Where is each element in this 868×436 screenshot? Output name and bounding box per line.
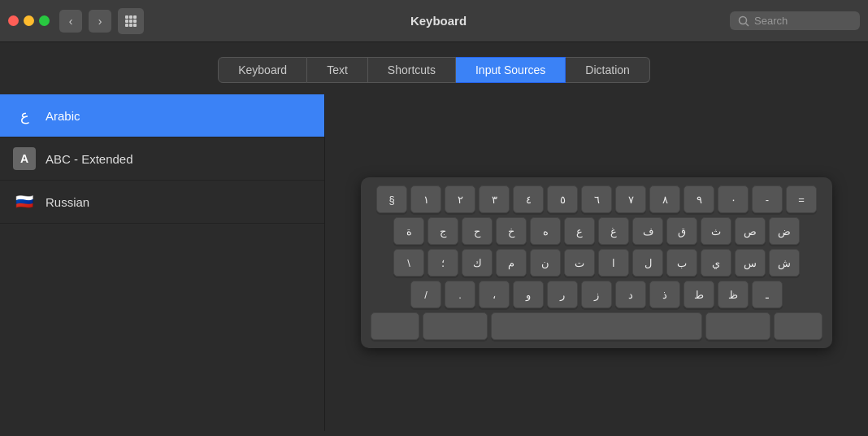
key-kaf: ك bbox=[462, 249, 493, 277]
svg-rect-6 bbox=[125, 24, 128, 27]
abc-extended-icon: A bbox=[13, 147, 36, 170]
grid-icon bbox=[124, 15, 137, 28]
key-backslash: \ bbox=[393, 249, 424, 277]
key-ba: ب bbox=[666, 249, 697, 277]
svg-rect-4 bbox=[129, 20, 132, 23]
minimize-button[interactable] bbox=[24, 15, 34, 26]
key-sad: ص bbox=[735, 217, 766, 245]
key-minus: - bbox=[752, 185, 783, 213]
key-6: ٦ bbox=[581, 185, 612, 213]
key-row-4: / . ، و ر ز د ذ ط ظ ـ bbox=[371, 281, 822, 308]
key-ha2: ه bbox=[530, 217, 561, 245]
key-waw: و bbox=[513, 281, 544, 308]
key-slash: / bbox=[410, 281, 441, 308]
key-fn bbox=[371, 312, 419, 340]
key-7: ٧ bbox=[615, 185, 646, 213]
key-jeem: ج bbox=[427, 217, 458, 245]
key-2: ٢ bbox=[445, 185, 475, 213]
svg-rect-0 bbox=[125, 15, 128, 19]
sidebar: ع Arabic A ABC - Extended 🇷🇺 Russian bbox=[0, 94, 325, 431]
search-box[interactable] bbox=[730, 11, 860, 30]
key-dal: د bbox=[615, 281, 646, 308]
key-dha: ظ bbox=[718, 281, 749, 308]
sidebar-item-abc-extended[interactable]: A ABC - Extended bbox=[0, 137, 324, 181]
russian-flag-icon: 🇷🇺 bbox=[13, 190, 36, 213]
key-ya: ي bbox=[701, 249, 731, 277]
key-9: ٩ bbox=[684, 185, 714, 213]
tab-keyboard[interactable]: Keyboard bbox=[218, 57, 307, 83]
key-lam: ل bbox=[632, 249, 663, 277]
key-dad: ض bbox=[769, 217, 800, 245]
forward-button[interactable]: › bbox=[89, 10, 111, 33]
key-ta-marbuta: ة bbox=[393, 217, 424, 245]
tab-dictation[interactable]: Dictation bbox=[566, 57, 649, 83]
key-ta: ت bbox=[564, 249, 595, 277]
key-equals: = bbox=[786, 185, 817, 213]
traffic-lights bbox=[8, 15, 50, 26]
key-1: ١ bbox=[410, 185, 441, 213]
key-row-2: ة ج ح خ ه ع غ ف ق ث ص ض bbox=[371, 217, 822, 245]
key-tha: ث bbox=[701, 217, 731, 245]
back-button[interactable]: ‹ bbox=[59, 10, 82, 33]
tab-input-sources[interactable]: Input Sources bbox=[456, 57, 566, 83]
tab-shortcuts[interactable]: Shortcuts bbox=[368, 57, 456, 83]
svg-point-9 bbox=[740, 16, 747, 24]
key-4: ٤ bbox=[513, 185, 544, 213]
search-icon bbox=[738, 15, 749, 27]
keyboard-preview-area: § ١ ٢ ٣ ٤ ٥ ٦ ٧ ٨ ٩ ٠ - = ة ج ح خ ه bbox=[325, 94, 868, 431]
key-alef: ا bbox=[598, 249, 629, 277]
svg-rect-3 bbox=[125, 20, 128, 23]
titlebar: ‹ › Keyboard bbox=[0, 0, 868, 42]
key-semicolon-ar: ؛ bbox=[427, 249, 458, 277]
key-5: ٥ bbox=[547, 185, 578, 213]
svg-rect-8 bbox=[133, 24, 137, 27]
key-zain: ز bbox=[581, 281, 612, 308]
key-0: ٠ bbox=[718, 185, 749, 213]
grid-button[interactable] bbox=[118, 8, 144, 34]
key-seen: س bbox=[735, 249, 766, 277]
key-section: § bbox=[376, 185, 407, 213]
key-noon: ن bbox=[530, 249, 561, 277]
key-comma-ar: ، bbox=[479, 281, 510, 308]
key-ta2: ط bbox=[684, 281, 714, 308]
maximize-button[interactable] bbox=[39, 15, 50, 26]
key-space-left bbox=[423, 312, 488, 340]
main-content: ع Arabic A ABC - Extended 🇷🇺 Russian § ١… bbox=[0, 94, 868, 431]
key-ghain: غ bbox=[598, 217, 629, 245]
key-8: ٨ bbox=[649, 185, 680, 213]
key-kha: خ bbox=[496, 217, 527, 245]
sidebar-item-arabic[interactable]: ع Arabic bbox=[0, 94, 324, 137]
key-fa: ف bbox=[632, 217, 663, 245]
key-ha: ح bbox=[462, 217, 493, 245]
svg-rect-5 bbox=[133, 20, 137, 23]
close-button[interactable] bbox=[8, 15, 19, 26]
key-enter bbox=[774, 312, 822, 340]
arabic-icon: ع bbox=[13, 104, 36, 127]
key-dhal: ذ bbox=[649, 281, 680, 308]
tab-text[interactable]: Text bbox=[307, 57, 368, 83]
arabic-keyboard-layout: § ١ ٢ ٣ ٤ ٥ ٦ ٧ ٨ ٩ ٠ - = ة ج ح خ ه bbox=[361, 177, 832, 348]
svg-rect-1 bbox=[129, 15, 132, 19]
key-meem: م bbox=[496, 249, 527, 277]
key-tatweel: ـ bbox=[752, 281, 783, 308]
key-ra: ر bbox=[547, 281, 578, 308]
key-ain: ع bbox=[564, 217, 595, 245]
key-row-space bbox=[371, 312, 822, 340]
key-row-1: § ١ ٢ ٣ ٤ ٥ ٦ ٧ ٨ ٩ ٠ - = bbox=[371, 185, 822, 213]
key-sheen: ش bbox=[769, 249, 800, 277]
window-title: Keyboard bbox=[154, 14, 723, 28]
search-input[interactable] bbox=[754, 15, 852, 27]
svg-rect-7 bbox=[129, 24, 132, 27]
key-period: . bbox=[445, 281, 475, 308]
sidebar-label-russian: Russian bbox=[46, 195, 89, 209]
svg-rect-2 bbox=[133, 15, 137, 19]
svg-line-10 bbox=[746, 23, 749, 26]
sidebar-label-arabic: Arabic bbox=[46, 109, 80, 123]
sidebar-item-russian[interactable]: 🇷🇺 Russian bbox=[0, 181, 324, 224]
key-space-right bbox=[705, 312, 770, 340]
key-space-main bbox=[491, 312, 702, 340]
tab-bar: Keyboard Text Shortcuts Input Sources Di… bbox=[0, 42, 868, 94]
key-qaf: ق bbox=[666, 217, 697, 245]
sidebar-label-abc-extended: ABC - Extended bbox=[46, 152, 133, 166]
key-3: ٣ bbox=[479, 185, 510, 213]
